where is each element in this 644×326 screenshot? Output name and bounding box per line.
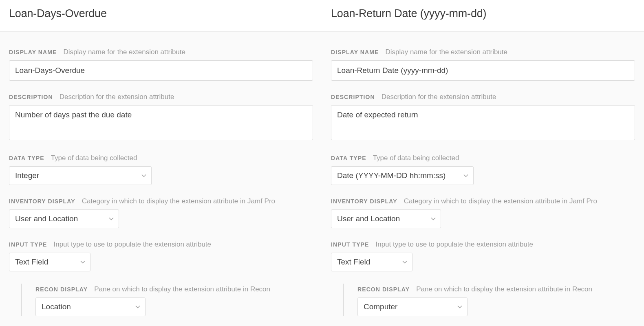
right-title-col: Loan-Return Date (yyyy-mm-dd) [322, 0, 644, 31]
data-type-hint: Type of data being collected [51, 154, 137, 162]
description-hint: Description for the extension attribute [60, 93, 174, 101]
data-type-field: DATA TYPE Type of data being collected I… [9, 154, 313, 185]
input-type-select[interactable]: Text Field [331, 253, 412, 271]
description-label: DESCRIPTION [9, 94, 53, 100]
recon-block: RECON DISPLAY Pane on which to display t… [343, 284, 635, 316]
display-name-hint: Display name for the extension attribute [63, 48, 185, 56]
inventory-display-hint: Category in which to display the extensi… [82, 197, 275, 205]
display-name-input[interactable] [331, 60, 635, 81]
inventory-display-label: INVENTORY DISPLAY [9, 198, 75, 205]
input-type-field: INPUT TYPE Input type to use to populate… [9, 240, 313, 271]
description-label: DESCRIPTION [331, 94, 375, 100]
data-type-field: DATA TYPE Type of data being collected D… [331, 154, 635, 185]
data-type-select[interactable]: Integer [9, 166, 152, 185]
data-type-select[interactable]: Date (YYYY-MM-DD hh:mm:ss) [331, 166, 474, 185]
input-type-select[interactable]: Text Field [9, 253, 90, 271]
input-type-value: Text Field [9, 253, 90, 271]
inventory-display-select[interactable]: User and Location [331, 209, 441, 228]
display-name-hint: Display name for the extension attribute [385, 48, 507, 56]
input-type-value: Text Field [331, 253, 412, 271]
right-form: DISPLAY NAME Display name for the extens… [322, 32, 644, 326]
recon-display-field: RECON DISPLAY Pane on which to display t… [35, 285, 313, 316]
recon-display-value: Location [36, 298, 145, 316]
inventory-display-select[interactable]: User and Location [9, 209, 119, 228]
inventory-display-value: User and Location [9, 210, 119, 228]
description-input[interactable]: Number of days past the due date [9, 105, 313, 140]
recon-block: RECON DISPLAY Pane on which to display t… [21, 284, 313, 316]
recon-display-field: RECON DISPLAY Pane on which to display t… [357, 285, 635, 316]
page-title-right: Loan-Return Date (yyyy-mm-dd) [331, 7, 635, 20]
recon-display-hint: Pane on which to display the extension a… [94, 285, 270, 293]
data-type-label: DATA TYPE [9, 155, 44, 161]
data-type-hint: Type of data being collected [373, 154, 459, 162]
display-name-input[interactable] [9, 60, 313, 81]
page-title-left: Loan-Days-Overdue [9, 7, 313, 20]
left-title-col: Loan-Days-Overdue [0, 0, 322, 31]
recon-display-hint: Pane on which to display the extension a… [416, 285, 592, 293]
data-type-value: Integer [9, 167, 151, 185]
inventory-display-field: INVENTORY DISPLAY Category in which to d… [331, 197, 635, 228]
description-hint: Description for the extension attribute [382, 93, 496, 101]
input-type-field: INPUT TYPE Input type to use to populate… [331, 240, 635, 271]
display-name-field: DISPLAY NAME Display name for the extens… [9, 48, 313, 81]
inventory-display-value: User and Location [331, 210, 441, 228]
description-input[interactable]: Date of expected return [331, 105, 635, 140]
recon-display-label: RECON DISPLAY [35, 286, 88, 293]
inventory-display-label: INVENTORY DISPLAY [331, 198, 397, 205]
display-name-label: DISPLAY NAME [331, 49, 379, 55]
forms-container: DISPLAY NAME Display name for the extens… [0, 32, 644, 326]
title-bar: Loan-Days-Overdue Loan-Return Date (yyyy… [0, 0, 644, 32]
inventory-display-field: INVENTORY DISPLAY Category in which to d… [9, 197, 313, 228]
left-form: DISPLAY NAME Display name for the extens… [0, 32, 322, 326]
recon-display-select[interactable]: Computer [357, 297, 468, 316]
display-name-field: DISPLAY NAME Display name for the extens… [331, 48, 635, 81]
data-type-label: DATA TYPE [331, 155, 366, 161]
input-type-label: INPUT TYPE [331, 241, 369, 248]
input-type-label: INPUT TYPE [9, 241, 47, 248]
input-type-hint: Input type to use to populate the extens… [375, 240, 533, 249]
data-type-value: Date (YYYY-MM-DD hh:mm:ss) [331, 167, 473, 185]
input-type-hint: Input type to use to populate the extens… [53, 240, 211, 249]
inventory-display-hint: Category in which to display the extensi… [404, 197, 597, 205]
recon-display-label: RECON DISPLAY [357, 286, 410, 293]
recon-display-select[interactable]: Location [35, 297, 146, 316]
display-name-label: DISPLAY NAME [9, 49, 57, 55]
description-field: DESCRIPTION Description for the extensio… [9, 93, 313, 142]
recon-display-value: Computer [358, 298, 467, 316]
description-field: DESCRIPTION Description for the extensio… [331, 93, 635, 142]
